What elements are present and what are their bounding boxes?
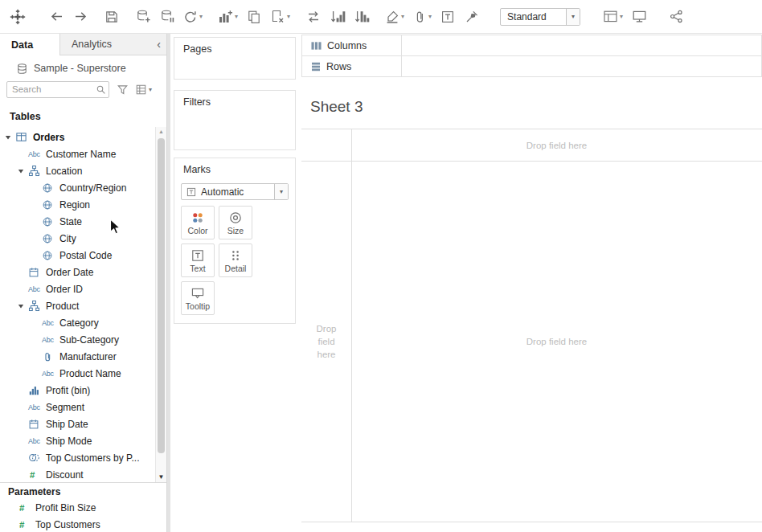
- ship-date-type-icon: [28, 419, 45, 430]
- scroll-up-icon[interactable]: ▲: [156, 129, 166, 134]
- drop-zone-center[interactable]: Drop field here: [351, 162, 762, 522]
- search-icon[interactable]: [96, 84, 106, 95]
- presentation-mode-button[interactable]: [629, 6, 649, 27]
- scroll-down-icon[interactable]: ▼: [156, 473, 166, 481]
- scroll-thumb[interactable]: [158, 138, 165, 453]
- undo-button[interactable]: [47, 6, 66, 27]
- fields-scrollbar[interactable]: ▲ ▼: [155, 127, 166, 482]
- field-label: Postal Code: [59, 250, 112, 261]
- pages-card[interactable]: Pages: [174, 37, 296, 80]
- state-type-icon: [42, 216, 59, 227]
- collapse-product-icon[interactable]: [18, 303, 28, 309]
- parameter-profit-bin-size[interactable]: #Profit Bin Size: [0, 499, 166, 516]
- new-worksheet-caret-icon[interactable]: ▾: [235, 13, 238, 20]
- datasource-row[interactable]: Sample - Superstore: [0, 59, 166, 78]
- field-postal-code[interactable]: Postal Code: [0, 247, 155, 264]
- collapse-pane-icon[interactable]: ‹: [157, 38, 161, 51]
- field-discount[interactable]: #Discount: [0, 466, 155, 482]
- show-hide-cards-button[interactable]: ▾: [601, 6, 625, 27]
- marks-text-button[interactable]: Text: [181, 243, 215, 277]
- clear-sheet-caret-icon[interactable]: ▾: [287, 13, 290, 20]
- swap-rows-columns-icon: [306, 10, 321, 24]
- sort-descending-button[interactable]: [352, 6, 371, 27]
- show-hide-cards-caret-icon[interactable]: ▾: [620, 13, 623, 20]
- field-segment[interactable]: AbcSegment: [0, 399, 155, 415]
- swap-rows-columns-button[interactable]: [304, 6, 323, 27]
- mark-type-caret-icon[interactable]: ▾: [274, 184, 288, 199]
- field-region[interactable]: Region: [0, 196, 155, 213]
- marks-button-label: Size: [227, 226, 244, 235]
- field-order-id[interactable]: AbcOrder ID: [0, 280, 155, 297]
- fit-selector[interactable]: Standard▾: [500, 8, 580, 26]
- share-workbook-button[interactable]: [666, 6, 686, 27]
- rows-shelf[interactable]: Rows: [301, 55, 762, 77]
- tableau-logo-button[interactable]: [8, 6, 27, 27]
- field-manufacturer[interactable]: Manufacturer: [0, 348, 155, 365]
- field-city[interactable]: City: [0, 230, 155, 247]
- field-product[interactable]: Product: [0, 297, 155, 314]
- columns-shelf-droparea[interactable]: [402, 35, 761, 55]
- field-ship-date[interactable]: Ship Date: [0, 415, 155, 432]
- run-auto-updates-caret-icon[interactable]: ▾: [199, 13, 203, 20]
- product-name-type-icon: Abc: [42, 370, 59, 378]
- highlight-caret-icon[interactable]: ▾: [401, 13, 404, 20]
- field-customer-name[interactable]: AbcCustomer Name: [0, 145, 155, 162]
- marks-card: Marks Automatic ▾ ColorSizeTextDetailToo…: [174, 158, 296, 324]
- run-auto-updates-button[interactable]: ▾: [182, 6, 204, 27]
- highlight-button[interactable]: ▾: [383, 6, 406, 27]
- new-data-source-icon: [136, 9, 151, 24]
- collapse-location-icon[interactable]: [18, 168, 28, 174]
- marks-color-button[interactable]: Color: [181, 206, 215, 239]
- toolbar-group-file: [102, 6, 121, 27]
- fix-axes-button[interactable]: [462, 6, 481, 27]
- filter-fields-icon[interactable]: [117, 84, 129, 96]
- pane-tabs: Data Analytics ‹: [0, 34, 166, 55]
- toolbar-group-data: ▾: [133, 6, 204, 27]
- pane-splitter[interactable]: [167, 34, 170, 532]
- rows-shelf-droparea[interactable]: [402, 56, 761, 76]
- new-data-source-button[interactable]: [133, 6, 153, 27]
- redo-button[interactable]: [71, 6, 90, 27]
- field-category[interactable]: AbcCategory: [0, 314, 155, 331]
- duplicate-sheet-button[interactable]: [244, 6, 264, 27]
- toolbar-group-cards: ▾: [601, 6, 649, 27]
- duplicate-sheet-icon: [247, 10, 261, 24]
- tab-data[interactable]: Data: [0, 34, 60, 55]
- group-members-button[interactable]: ▾: [411, 6, 433, 27]
- field-location[interactable]: Location: [0, 162, 155, 179]
- save-button[interactable]: [102, 6, 121, 27]
- field-profit-bin[interactable]: Profit (bin): [0, 382, 155, 399]
- parameter-top-customers[interactable]: #Top Customers: [0, 516, 166, 532]
- field-orders[interactable]: Orders: [0, 129, 155, 145]
- fit-selector-caret-icon[interactable]: ▾: [566, 9, 580, 25]
- field-sub-category[interactable]: AbcSub-Category: [0, 331, 155, 348]
- drop-zone-left[interactable]: Drop field here: [302, 162, 350, 522]
- tab-analytics[interactable]: Analytics: [60, 34, 166, 55]
- field-order-date[interactable]: Order Date: [0, 264, 155, 280]
- clear-sheet-button[interactable]: ▾: [268, 6, 292, 27]
- pane-view-button[interactable]: ▾: [135, 84, 152, 96]
- field-product-name[interactable]: AbcProduct Name: [0, 365, 155, 382]
- columns-shelf[interactable]: Columns: [301, 35, 762, 56]
- marks-button-label: Tooltip: [186, 301, 210, 311]
- toolbar-group-logo: [8, 6, 27, 27]
- new-worksheet-button[interactable]: ▾: [216, 6, 240, 27]
- pause-auto-updates-button[interactable]: [158, 6, 177, 27]
- search-input[interactable]: [7, 82, 109, 97]
- field-top-customers-by-p[interactable]: Top Customers by P...: [0, 449, 155, 466]
- field-country-region[interactable]: Country/Region: [0, 179, 155, 196]
- marks-size-button[interactable]: Size: [219, 206, 252, 239]
- marks-tooltip-button[interactable]: Tooltip: [181, 281, 215, 315]
- filters-card[interactable]: Filters: [174, 90, 296, 150]
- top-customers-by-p-type-icon: [28, 452, 45, 464]
- mark-type-dropdown[interactable]: Automatic ▾: [181, 183, 289, 200]
- field-label: Discount: [46, 469, 84, 481]
- field-ship-mode[interactable]: AbcShip Mode: [0, 432, 155, 449]
- sort-ascending-button[interactable]: [328, 6, 347, 27]
- drop-zone-top[interactable]: Drop field here: [351, 129, 762, 161]
- group-members-caret-icon[interactable]: ▾: [428, 13, 432, 20]
- field-state[interactable]: State: [0, 213, 155, 230]
- show-mark-labels-button[interactable]: [438, 6, 457, 27]
- collapse-orders-icon[interactable]: [5, 134, 15, 141]
- marks-detail-button[interactable]: Detail: [219, 243, 252, 277]
